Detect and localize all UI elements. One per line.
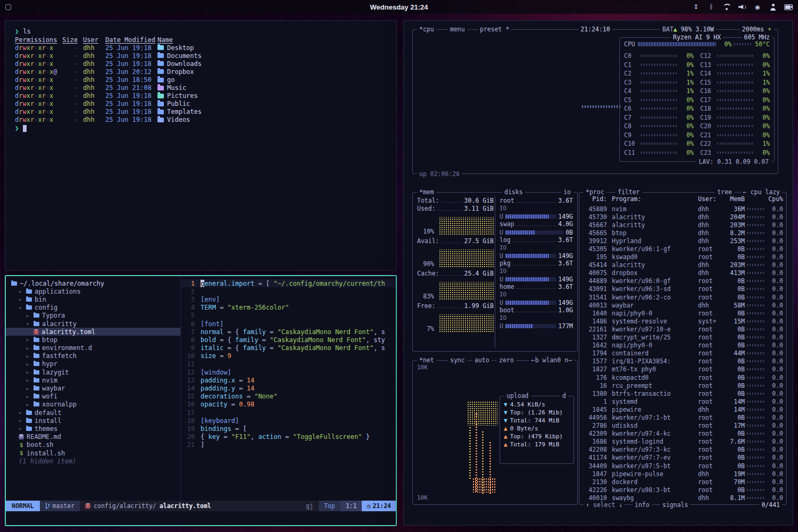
- process-row[interactable]: 1577irq/81-PIXA3854:root0B0.0: [583, 358, 783, 365]
- tree-item[interactable]: ▸default: [6, 409, 180, 417]
- tree-item[interactable]: ▸hypr: [6, 360, 180, 368]
- net-download-key[interactable]: d: [560, 392, 568, 400]
- tree-item[interactable]: alacritty.toml: [6, 328, 180, 336]
- col-program[interactable]: Program:: [607, 195, 698, 203]
- tree-item[interactable]: (1 hidden item): [6, 457, 180, 465]
- process-row[interactable]: 43091kworker/u96:3-sdroot0B0.0: [583, 285, 783, 293]
- process-row[interactable]: 16rcu_preemptroot0B0.0: [583, 381, 783, 389]
- proc-sort-mode[interactable]: ← cpu lazy: [741, 188, 782, 196]
- editor-line[interactable]: 7normal = { family = "CaskaydiaMono Nerd…: [181, 328, 396, 336]
- tree-item[interactable]: ▸btop: [6, 336, 180, 344]
- process-row[interactable]: 1486systemd-resolvesyst+15M0.0: [583, 317, 783, 325]
- editor-line[interactable]: 12[window]: [181, 368, 396, 376]
- editor-line[interactable]: 14padding.y = 14: [181, 384, 396, 392]
- process-row[interactable]: 45305kworker/u96:1-gfroot0B0.0: [583, 245, 783, 253]
- editor-window[interactable]: ~/.local/share/omarchy ▸applications▸bin…: [5, 275, 397, 526]
- tree-root[interactable]: ~/.local/share/omarchy: [6, 279, 180, 287]
- tree-item[interactable]: ▸wofi: [6, 393, 180, 401]
- terminal-window-ls[interactable]: ❯ ls PermissionsSizeUserDate ModifiedNam…: [5, 20, 397, 271]
- screencast-icon[interactable]: [692, 3, 700, 11]
- editor-line[interactable]: 10size = 9: [181, 352, 396, 360]
- prompt-line[interactable]: ❯: [15, 124, 396, 132]
- editor-line[interactable]: 16opacity = 0.98: [181, 401, 396, 409]
- tree-item[interactable]: README.md: [6, 433, 180, 441]
- col-cpu[interactable]: Cpu%: [767, 195, 783, 203]
- process-row[interactable]: 1794containerdroot44M0.0: [583, 350, 783, 358]
- volume-icon[interactable]: [738, 3, 746, 11]
- process-row[interactable]: 2130dockerdroot70M0.0: [583, 478, 783, 486]
- editor-line[interactable]: 13padding.x = 14: [181, 376, 396, 384]
- process-row[interactable]: 44956kworker/u97:1-btroot0B0.0: [583, 413, 783, 421]
- process-row[interactable]: 195kswapd0root0B0.0: [583, 253, 783, 261]
- process-row[interactable]: 45667alacrittydhh203M0.0: [583, 221, 783, 229]
- proc-box-label[interactable]: *proc: [584, 188, 606, 196]
- process-row[interactable]: 176kcompactd0root0B0.0: [583, 373, 783, 381]
- tree-item[interactable]: ▸environment.d: [6, 344, 180, 352]
- tree-toggle[interactable]: tree: [715, 188, 734, 196]
- select-hint[interactable]: ↑ select ↓: [584, 501, 625, 509]
- net-auto-button[interactable]: auto: [472, 356, 492, 364]
- interval-plus-button[interactable]: +: [768, 26, 771, 33]
- net-box-label[interactable]: *net: [417, 356, 436, 364]
- process-row[interactable]: 45665btopdhh8.2M0.0: [583, 229, 783, 237]
- col-pid[interactable]: Pid:: [583, 195, 607, 203]
- tree-item[interactable]: ▸bin: [6, 295, 180, 303]
- tree-item[interactable]: ▸install: [6, 417, 180, 425]
- process-row[interactable]: 1845pipewiredhh14M0.0: [583, 405, 783, 413]
- editor-line[interactable]: 4TERM = "xterm-256color": [181, 304, 396, 312]
- file-tree-pane[interactable]: ~/.local/share/omarchy ▸applications▸bin…: [6, 276, 181, 501]
- process-row[interactable]: 1327dmcrypt_write/25root0B0.0: [583, 334, 783, 342]
- editor-line[interactable]: 15decorations = "None": [181, 393, 396, 401]
- editor-line[interactable]: 17: [181, 409, 396, 417]
- tree-item[interactable]: ▸xournalpp: [6, 401, 180, 409]
- editor-line[interactable]: 1general.import = [ "~/.config/omarchy/c…: [181, 279, 396, 287]
- preset-button[interactable]: preset *: [478, 26, 511, 33]
- net-interface[interactable]: ←b wlan0 n→: [529, 356, 574, 364]
- editor-line[interactable]: 5: [181, 312, 396, 320]
- system-monitor-window[interactable]: *cpu menu preset * 21:24:10 BAT▲ 98% 3.1…: [403, 20, 793, 526]
- process-row[interactable]: 41174kworker/u97:7-evroot0B0.0: [583, 454, 783, 462]
- editor-line[interactable]: 18[keyboard]: [181, 417, 396, 425]
- record-icon[interactable]: [753, 3, 762, 11]
- tree-item[interactable]: ▾alacritty: [6, 320, 180, 328]
- tree-item[interactable]: ▸nvim: [6, 376, 180, 384]
- tree-item[interactable]: ▸fastfetch: [6, 352, 180, 360]
- process-row[interactable]: 44889kworker/u96:0-gfroot0B0.0: [583, 277, 783, 285]
- battery-icon[interactable]: [784, 3, 793, 11]
- process-row[interactable]: 45414alacrittydhh203M0.0: [583, 261, 783, 269]
- process-row[interactable]: 31541kworker/u96:2-coroot0B0.0: [583, 293, 783, 301]
- info-button[interactable]: info: [633, 501, 652, 509]
- process-row[interactable]: 22161kworker/u97:10-eroot0B0.0: [583, 325, 783, 333]
- tree-item[interactable]: ▸Typora: [6, 312, 180, 320]
- wifi-icon[interactable]: [722, 3, 731, 11]
- tree-item[interactable]: ▸lazygit: [6, 368, 180, 376]
- process-row[interactable]: 40075dropboxdhh413M0.0: [583, 269, 783, 277]
- process-row[interactable]: 39912Hyprlanddhh253M0.0: [583, 237, 783, 245]
- editor-line[interactable]: 20{ key = "F11", action = "ToggleFullscr…: [181, 433, 396, 441]
- disks-label[interactable]: disks: [502, 188, 525, 196]
- process-row[interactable]: 1640napi/phy0-0root0B0.0: [583, 309, 783, 317]
- editor-line[interactable]: 11: [181, 360, 396, 368]
- col-mem[interactable]: MemB: [724, 195, 745, 203]
- process-row[interactable]: 1847pipewire-pulsedhh19M0.0: [583, 470, 783, 478]
- menu-button[interactable]: menu: [448, 26, 467, 33]
- net-sync-button[interactable]: sync: [448, 356, 467, 364]
- tree-item[interactable]: ▸applications: [6, 287, 180, 295]
- user-icon[interactable]: [769, 3, 777, 11]
- cpu-box-label[interactable]: *cpu: [417, 26, 436, 33]
- process-row[interactable]: 1827mt76-tx phy0root0B0.0: [583, 365, 783, 373]
- process-row[interactable]: 45889nvimdhh36M0.0: [583, 205, 783, 213]
- process-row[interactable]: 42309kworker/u97:4-kcroot0B0.0: [583, 430, 783, 438]
- editor-pane[interactable]: 1general.import = [ "~/.config/omarchy/c…: [181, 276, 396, 501]
- process-row[interactable]: 1642napi/phy0-0root0B0.0: [583, 342, 783, 350]
- process-row[interactable]: 1380btrfs-transactioroot0B0.0: [583, 389, 783, 397]
- process-row[interactable]: 42226kworker/u98:3-btroot0B0.0: [583, 486, 783, 494]
- editor-line[interactable]: 21]: [181, 441, 396, 449]
- editor-line[interactable]: 6[font]: [181, 320, 396, 328]
- mem-box-label[interactable]: *mem: [417, 188, 436, 196]
- launcher-icon[interactable]: [5, 4, 11, 10]
- tree-item[interactable]: ▾config: [6, 304, 180, 312]
- process-row[interactable]: 1systemdroot14M0.0: [583, 397, 783, 405]
- editor-line[interactable]: 2: [181, 287, 396, 295]
- tree-item[interactable]: ▸themes: [6, 425, 180, 433]
